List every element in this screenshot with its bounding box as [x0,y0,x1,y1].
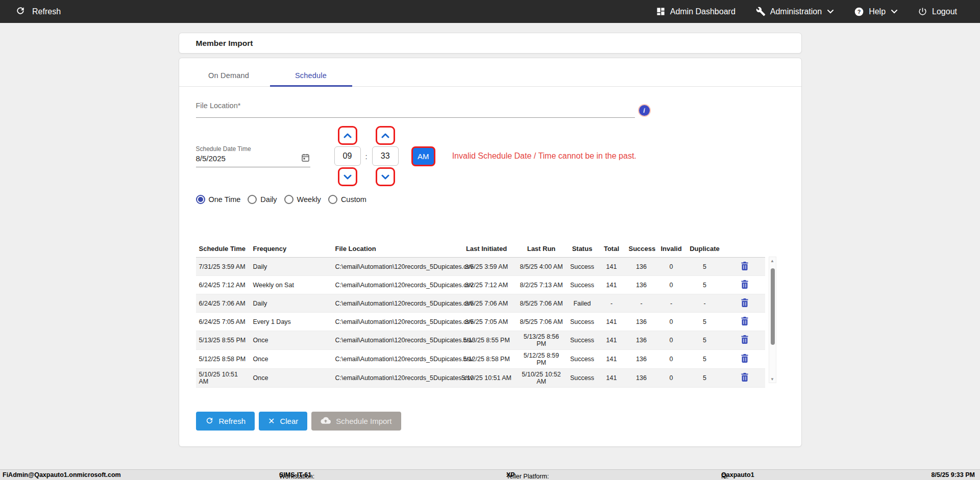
scrollbar-thumb[interactable] [771,268,775,345]
schedule-date-value: 8/5/2025 [196,154,226,163]
chevron-up-icon [381,133,389,138]
table-body: 7/31/25 3:59 AM Daily C:\email\Automatio… [196,258,765,388]
col-file-location: File Location [332,242,457,258]
nav-help[interactable]: ? Help [854,7,897,17]
delete-row-button[interactable] [741,298,748,309]
chevron-down-icon [381,174,389,180]
delete-row-button[interactable] [741,262,748,272]
logged-in-user: FiAdmin@Qaxpauto1.onmicrosoft.com [3,471,121,478]
refresh-button[interactable]: Refresh [196,412,255,431]
calendar-icon[interactable] [302,154,309,164]
tab-schedule[interactable]: Schedule [270,71,352,86]
radio-circle-icon[interactable] [248,195,257,204]
table-row[interactable]: 7/31/25 3:59 AM Daily C:\email\Automatio… [196,258,765,276]
trash-icon [741,317,748,325]
title-card: Member Import [179,33,802,54]
table-row[interactable]: 5/12/25 8:58 PM Once C:\email\Automation… [196,350,765,369]
trash-icon [741,373,748,382]
hour-field[interactable]: 09 [334,146,361,166]
nav-item-label: Admin Dashboard [670,7,736,16]
col-actions [724,242,765,258]
recurrence-radio-group: One TimeDailyWeeklyCustom [196,195,785,204]
cloud-upload-icon [321,417,331,426]
trash-icon [741,354,748,363]
chevron-up-icon [344,133,352,138]
schedule-date-group: Schedule Date Time 8/5/2025 [196,145,310,167]
clear-button[interactable]: ✕ Clear [259,412,307,431]
chevron-down-icon [827,10,834,14]
teller-platform-label: Teller Platform: [506,473,549,480]
table-row[interactable]: 6/24/25 7:05 AM Every 1 Days C:\email\Au… [196,313,765,331]
col-duplicate: Duplicate [685,242,724,258]
time-separator: : [365,152,368,161]
trash-icon [741,298,748,307]
trash-icon [741,262,748,270]
radio-custom[interactable]: Custom [328,195,366,204]
schedule-error-message: Invalid Schedule Date / Time cannot be i… [452,151,636,161]
hour-decrement-button[interactable] [338,167,357,186]
table-row[interactable]: 5/13/25 8:55 PM Once C:\email\Automation… [196,331,765,350]
minute-spinner: 33 [372,126,399,186]
nav-administration[interactable]: Administration [756,7,834,16]
table-row[interactable]: 6/24/25 7:06 AM Daily C:\email\Automatio… [196,294,765,313]
col-total: Total [598,242,626,258]
delete-row-button[interactable] [741,373,748,383]
delete-row-button[interactable] [741,354,748,364]
schedule-tab-content: File Location* i Schedule Date Time 8/5/… [179,101,801,431]
nav-refresh-label: Refresh [32,7,61,16]
svg-text:?: ? [857,8,861,14]
file-location-input[interactable]: File Location* [196,101,635,118]
schedule-table: Schedule Time Frequency File Location La… [196,242,765,388]
delete-row-button[interactable] [741,335,748,345]
radio-circle-icon[interactable] [196,195,205,204]
col-success: Success [626,242,657,258]
col-status: Status [567,242,598,258]
fi-label: FI: [721,473,729,480]
col-frequency: Frequency [250,242,332,258]
workstation-label: Workstation: [279,473,314,480]
minute-increment-button[interactable] [376,126,395,145]
nav-logout[interactable]: Logout [918,7,957,16]
refresh-icon [15,6,26,18]
table-row[interactable]: 5/10/25 10:51 AM Once C:\email\Automatio… [196,369,765,388]
schedule-import-button-label: Schedule Import [336,417,391,425]
action-button-row: Refresh ✕ Clear Schedule Import [196,412,785,431]
schedule-table-wrap: Schedule Time Frequency File Location La… [196,242,776,388]
clear-button-label: Clear [280,417,298,425]
refresh-button-label: Refresh [219,417,246,425]
meridiem-toggle-button[interactable]: AM [411,146,435,166]
refresh-icon [205,416,214,426]
delete-row-button[interactable] [741,317,748,327]
scroll-down-icon[interactable]: ▼ [769,375,776,383]
close-icon: ✕ [268,416,275,426]
nav-refresh[interactable]: Refresh [15,6,61,18]
nav-admin-dashboard[interactable]: Admin Dashboard [656,7,736,16]
minute-field[interactable]: 33 [372,146,399,166]
radio-weekly[interactable]: Weekly [284,195,321,204]
radio-label: Custom [341,195,366,204]
radio-one-time[interactable]: One Time [196,195,241,204]
schedule-date-label: Schedule Date Time [196,145,310,153]
radio-daily[interactable]: Daily [248,195,277,204]
schedule-import-button[interactable]: Schedule Import [311,412,401,431]
help-icon: ? [854,7,864,17]
minute-decrement-button[interactable] [376,167,395,186]
radio-label: Daily [260,195,277,204]
chevron-down-icon [344,174,352,180]
scroll-up-icon[interactable]: ▲ [769,257,776,264]
hour-increment-button[interactable] [338,126,357,145]
dashboard-icon [656,7,666,16]
table-header-row: Schedule Time Frequency File Location La… [196,242,765,258]
radio-circle-icon[interactable] [328,195,337,204]
radio-circle-icon[interactable] [284,195,293,204]
table-row[interactable]: 6/24/25 7:12 AM Weekly on Sat C:\email\A… [196,276,765,294]
radio-label: Weekly [297,195,321,204]
table-scrollbar[interactable]: ▲ ▼ [769,257,776,383]
tab-on-demand[interactable]: On Demand [188,71,270,86]
delete-row-button[interactable] [741,280,748,290]
schedule-datetime-row: Schedule Date Time 8/5/2025 09 : [196,125,785,187]
info-icon[interactable]: i [639,105,650,116]
schedule-date-input[interactable]: 8/5/2025 [196,153,310,167]
page-title: Member Import [196,39,253,48]
radio-label: One Time [209,195,241,204]
